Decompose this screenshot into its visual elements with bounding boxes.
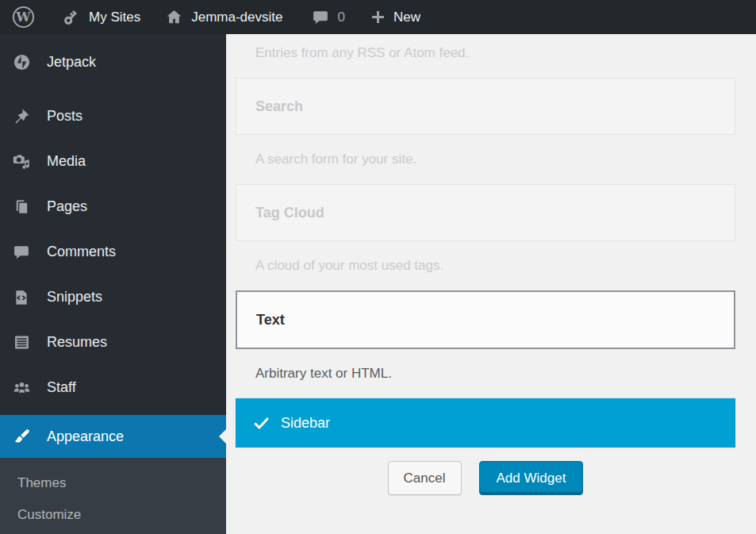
new-content-menu[interactable]: New [370, 9, 420, 25]
jetpack-icon [12, 53, 31, 72]
sidebar-item-jetpack[interactable]: Jetpack [0, 40, 226, 85]
my-sites-label: My Sites [89, 10, 140, 25]
comment-count: 0 [337, 10, 344, 25]
sidebar-item-resumes[interactable]: Resumes [0, 320, 226, 365]
new-label: New [393, 10, 420, 25]
admin-bar: W My Sites [0, 0, 756, 34]
comment-bubble-icon [312, 9, 329, 26]
add-widget-button[interactable]: Add Widget [479, 461, 584, 495]
sidebar-item-staff[interactable]: Staff [0, 365, 226, 410]
svg-text:W: W [15, 10, 31, 25]
appearance-submenu: Themes Customize [0, 458, 226, 534]
sidebar-item-label: Comments [47, 244, 116, 260]
text-widget-description: Arbitrary text or HTML. [255, 366, 735, 382]
tag-cloud-widget-description: A cloud of your most used tags. [255, 258, 735, 274]
rss-widget-description: Entries from any RSS or Atom feed. [255, 45, 735, 61]
comment-icon [12, 243, 31, 262]
pages-icon [12, 198, 31, 217]
menu-separator [0, 85, 226, 94]
sidebar-item-snippets[interactable]: Snippets [0, 275, 226, 320]
sidebar-item-label: Resumes [47, 334, 107, 351]
widget-title: Text [256, 312, 285, 328]
wordpress-logo-icon[interactable]: W [12, 6, 35, 29]
widget-option-text[interactable]: Text [236, 290, 735, 349]
sidebar-item-label: Posts [47, 108, 83, 125]
cancel-button[interactable]: Cancel [388, 461, 462, 495]
people-icon [12, 378, 31, 398]
home-icon [165, 8, 183, 26]
current-menu-arrow [212, 429, 226, 444]
sidebar-item-pages[interactable]: Pages [0, 184, 226, 229]
sidebar-item-label: Appearance [47, 428, 124, 445]
widget-title: Search [255, 98, 303, 115]
sidebar-subitem-themes[interactable]: Themes [0, 467, 226, 499]
admin-menu: Jetpack Posts Media [0, 34, 226, 534]
comments-indicator[interactable]: 0 [312, 9, 344, 26]
widget-option-search[interactable]: Search [236, 78, 735, 135]
widget-title: Tag Cloud [255, 205, 324, 221]
widget-chooser-panel: Entries from any RSS or Atom feed. Searc… [226, 34, 756, 534]
dialog-actions: Cancel Add Widget [236, 461, 735, 495]
wordpress-admin-screen: W My Sites [0, 0, 756, 534]
sidebar-target-label: Sidebar [281, 415, 330, 432]
widget-option-tag-cloud[interactable]: Tag Cloud [236, 184, 735, 241]
list-icon [12, 333, 31, 352]
sidebar-item-comments[interactable]: Comments [0, 229, 226, 275]
sidebar-subitem-customize[interactable]: Customize [0, 499, 226, 531]
sidebar-item-appearance[interactable]: Appearance [0, 415, 226, 458]
pushpin-icon [12, 107, 31, 126]
sidebar-item-posts[interactable]: Posts [0, 94, 226, 139]
sidebar-item-label: Jetpack [47, 54, 96, 71]
my-sites-menu[interactable]: My Sites [62, 8, 140, 27]
sidebar-item-label: Staff [47, 379, 76, 396]
code-file-icon [12, 288, 31, 307]
search-widget-description: A search form for your site. [255, 152, 735, 167]
sidebar-item-label: Media [47, 153, 86, 170]
sidebar-item-label: Pages [47, 198, 87, 215]
sidebar-item-media[interactable]: Media [0, 139, 226, 184]
plus-icon [370, 9, 386, 25]
sidebar-target-option[interactable]: Sidebar [236, 398, 735, 448]
paintbrush-icon [12, 427, 31, 446]
media-icon [12, 152, 31, 171]
site-name-menu[interactable]: Jemma-devsite [165, 8, 282, 26]
admin-body: Jetpack Posts Media [0, 34, 756, 534]
site-name: Jemma-devsite [191, 10, 282, 25]
sidebar-item-label: Snippets [47, 289, 102, 305]
check-icon [253, 415, 270, 432]
key-icon [62, 8, 81, 27]
